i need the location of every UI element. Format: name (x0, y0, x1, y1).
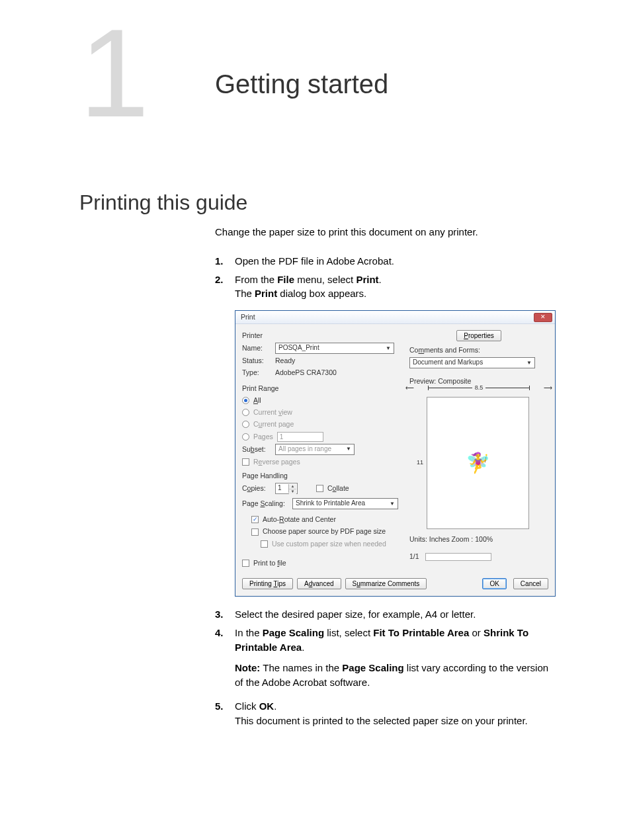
chevron-down-icon: ▼ (526, 359, 532, 367)
printer-name-select[interactable]: POSQA_Print ▼ (275, 343, 394, 354)
radio-current-view[interactable]: Current view (242, 407, 404, 417)
text-run: dialog box appears. (277, 288, 366, 299)
summarize-comments-button[interactable]: Summarize Comments (345, 578, 427, 589)
spinner-value: 1 (278, 483, 282, 493)
step-text: Click OK. This document is printed to th… (235, 699, 559, 728)
checkbox-icon (261, 540, 268, 548)
dialog-titlebar: Print ✕ (235, 311, 555, 324)
text-run: In the (235, 627, 263, 638)
copies-label: Copies: (242, 483, 271, 493)
step-text: Select the desired paper size, for examp… (235, 607, 559, 622)
step-number: 2. (215, 273, 235, 302)
checkbox-icon[interactable] (316, 485, 323, 492)
text-run: Click (235, 700, 259, 712)
step-number: 5. (215, 699, 235, 728)
chevron-down-icon: ▼ (390, 500, 395, 508)
preview-page: 11 🧚‍♀️ (427, 397, 529, 529)
step-number: 3. (215, 607, 235, 622)
text-run: From the (235, 274, 277, 285)
text-run: The names in the (260, 662, 342, 673)
select-value: Shrink to Printable Area (296, 499, 365, 509)
checkbox-icon (251, 516, 259, 523)
preview-width-ruler: ⟵ ⟶ 8.5 (409, 388, 548, 388)
step-3: 3. Select the desired paper size, for ex… (215, 607, 559, 622)
chapter-title: Getting started (215, 69, 388, 99)
checkbox-icon (242, 458, 249, 466)
text-bold: Print (255, 288, 277, 299)
checkbox-label: Choose paper source by PDF page size (263, 526, 386, 536)
checkbox-choose-source[interactable]: Choose paper source by PDF page size (251, 526, 404, 536)
radio-label: Pages (253, 432, 273, 442)
text-run: or (469, 627, 484, 638)
advanced-button[interactable]: Advanced (297, 578, 341, 589)
step-1: 1. Open the PDF file in Adobe Acrobat. (215, 254, 559, 269)
text-run: This document is printed to the selected… (235, 715, 528, 726)
printing-tips-button[interactable]: Printing Tips (242, 578, 293, 589)
pages-input[interactable]: 1 (277, 432, 323, 442)
step-text: Open the PDF file in Adobe Acrobat. (235, 254, 559, 269)
page-scaling-select[interactable]: Shrink to Printable Area ▼ (292, 498, 398, 509)
radio-icon (242, 409, 249, 416)
radio-label: Current page (253, 419, 294, 429)
radio-current-page[interactable]: Current page (242, 419, 404, 429)
text-run: . (379, 274, 382, 285)
dialog-left-column: Printer Name: POSQA_Print ▼ Status: Read… (242, 328, 404, 570)
close-icon: ✕ (540, 314, 546, 320)
step-text: From the File menu, select Print. The Pr… (235, 273, 559, 302)
chevron-down-icon: ▼ (386, 345, 391, 353)
radio-icon (242, 397, 249, 404)
section-title: Printing this guide (79, 190, 247, 215)
note-label: Note: (235, 662, 260, 673)
text-bold: Fit To Printable Area (373, 627, 469, 638)
subset-label: Subset: (242, 444, 271, 454)
checkbox-auto-rotate[interactable]: Auto-Rotate and Center (251, 515, 404, 525)
comments-forms-select[interactable]: Document and Markups ▼ (409, 357, 535, 368)
checkbox-icon (242, 560, 249, 567)
text-run: . (274, 700, 276, 712)
dialog-right-column: Properties Comments and Forms: Document … (409, 328, 548, 562)
radio-label: All (253, 396, 261, 405)
checkbox-custom-size[interactable]: Use custom paper size when needed (261, 539, 404, 549)
preview-width: 8.5 (472, 384, 486, 392)
text-run: list, select (324, 627, 373, 638)
content-body: Change the paper size to print this docu… (215, 225, 559, 732)
print-dialog: Print ✕ Printer Name: POSQA_Print ▼ Stat… (235, 310, 556, 597)
step-5: 5. Click OK. This document is printed to… (215, 699, 559, 728)
preview-thumbnail-icon: 🧚‍♀️ (466, 449, 490, 478)
select-value: Document and Markups (413, 358, 483, 368)
subset-select[interactable]: All pages in range ▼ (275, 444, 355, 455)
select-value: All pages in range (278, 444, 331, 454)
note-text: Note: The names in the Page Scaling list… (235, 661, 559, 690)
dialog-title: Print (241, 312, 255, 322)
radio-label: Current view (253, 407, 292, 417)
intro-text: Change the paper size to print this docu… (215, 225, 559, 239)
text-bold: Page Scaling (342, 662, 403, 673)
comments-forms-label: Comments and Forms: (409, 345, 548, 355)
step-4: 4. In the Page Scaling list, select Fit … (215, 626, 559, 655)
text-bold: OK (259, 700, 274, 712)
checkbox-reverse[interactable]: Reverse pages (242, 457, 404, 467)
text-bold: Print (356, 274, 378, 285)
preview-units: Units: Inches Zoom : 100% (409, 534, 548, 544)
ok-button[interactable]: OK (482, 578, 506, 589)
chapter-number: 1 (79, 10, 149, 136)
print-range-label: Print Range (242, 384, 404, 394)
step-number: 1. (215, 254, 235, 269)
radio-icon (242, 433, 249, 441)
select-value: POSQA_Print (278, 343, 319, 353)
radio-pages[interactable]: Pages 1 (242, 432, 404, 442)
name-label: Name: (242, 343, 271, 353)
collate-label: Collate (327, 483, 349, 493)
text-run: . (302, 642, 304, 653)
radio-all[interactable]: All (242, 396, 404, 405)
checkbox-label: Auto-Rotate and Center (263, 515, 336, 525)
status-value: Ready (275, 356, 295, 366)
copies-spinner[interactable]: 1 ▲▼ (275, 483, 298, 494)
checkbox-print-to-file[interactable]: Print to file (242, 558, 404, 568)
properties-button[interactable]: Properties (456, 330, 501, 341)
spinner-arrows[interactable]: ▲▼ (288, 484, 296, 493)
chevron-down-icon: ▼ (346, 445, 351, 453)
close-button[interactable]: ✕ (534, 313, 552, 322)
checkbox-icon (251, 528, 259, 536)
cancel-button[interactable]: Cancel (513, 578, 548, 589)
